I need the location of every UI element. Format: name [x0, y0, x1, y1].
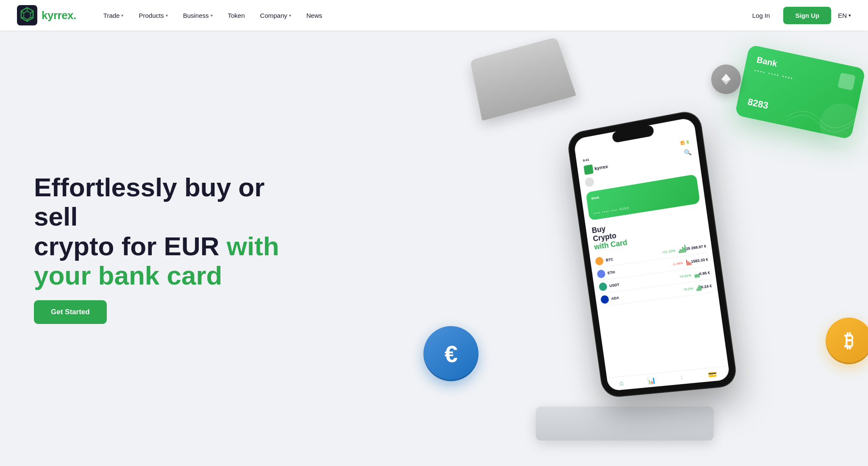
nav-token[interactable]: Token	[221, 8, 252, 22]
phone-screen: 9:41 📶 🔋 kyrrex 🔍	[573, 117, 730, 391]
laptop-decoration	[474, 43, 568, 111]
bitcoin-coin: ₿	[826, 318, 868, 364]
ada-chart	[696, 283, 701, 292]
language-selector[interactable]: EN ▾	[838, 12, 851, 19]
bitcoin-symbol: ₿	[844, 330, 854, 352]
phone-frame: 9:41 📶 🔋 kyrrex 🔍	[567, 110, 737, 397]
bank-card-number: 8283	[747, 96, 769, 112]
hero-visual: Bank •••• •••• •••• 8283 € ₿	[364, 31, 868, 466]
nav-right: Log In Sign Up EN ▾	[746, 7, 851, 24]
ethereum-coin	[711, 64, 741, 94]
login-button[interactable]: Log In	[746, 8, 777, 22]
chevron-down-icon: ▾	[211, 13, 213, 18]
chevron-down-icon: ▾	[289, 13, 291, 18]
nav-news[interactable]: News	[300, 8, 329, 22]
chevron-down-icon: ▾	[849, 13, 851, 18]
chevron-down-icon: ▾	[166, 13, 168, 18]
euro-coin: €	[423, 326, 479, 381]
eth-chart	[686, 257, 692, 267]
btc-icon	[595, 257, 604, 266]
phone-bottom-nav: ⌂ 📊 ↕ 💳	[607, 366, 730, 391]
ethereum-icon	[719, 72, 733, 87]
logo-icon	[17, 5, 37, 25]
svg-line-7	[21, 17, 24, 18]
nav-trade[interactable]: Trade ▾	[97, 8, 131, 22]
hero-content: Effortlessly buy or sell crypto for EUR …	[34, 173, 297, 324]
euro-symbol: €	[445, 340, 458, 368]
brand-name: kyrrex.	[42, 9, 76, 22]
navbar: kyrrex. Trade ▾ Products ▾ Business ▾ To…	[0, 0, 868, 31]
hero-section: Effortlessly buy or sell crypto for EUR …	[0, 31, 868, 466]
bank-card-chip	[837, 73, 856, 91]
nav-links: Trade ▾ Products ▾ Business ▾ Token Comp…	[97, 8, 746, 22]
home-icon: ⌂	[619, 379, 624, 387]
nav-business[interactable]: Business ▾	[176, 8, 220, 22]
platform-base	[536, 407, 714, 441]
nav-company[interactable]: Company ▾	[253, 8, 298, 22]
get-started-button[interactable]: Get Started	[34, 300, 107, 324]
phone-logo	[584, 164, 594, 175]
usdt-icon	[598, 282, 608, 291]
avatar	[584, 177, 595, 187]
usdt-chart	[694, 270, 700, 279]
logo[interactable]: kyrrex.	[17, 5, 76, 25]
signup-button[interactable]: Sign Up	[783, 7, 831, 24]
nav-products[interactable]: Products ▾	[132, 8, 174, 22]
ada-icon	[600, 295, 609, 304]
svg-line-5	[31, 17, 33, 18]
btc-chart	[678, 245, 687, 254]
market-icon: 📊	[646, 376, 656, 385]
phone-screen-content: 9:41 📶 🔋 kyrrex 🔍	[573, 117, 730, 391]
eth-icon	[596, 269, 606, 279]
trade-icon: ↕	[679, 373, 684, 382]
phone-mockup: 9:41 📶 🔋 kyrrex 🔍	[567, 110, 737, 397]
chevron-down-icon: ▾	[121, 13, 123, 18]
hero-title: Effortlessly buy or sell crypto for EUR …	[34, 173, 297, 290]
wallet-icon: 💳	[707, 370, 717, 379]
bank-card: Bank •••• •••• •••• 8283	[734, 45, 865, 140]
search-icon: 🔍	[683, 148, 691, 156]
